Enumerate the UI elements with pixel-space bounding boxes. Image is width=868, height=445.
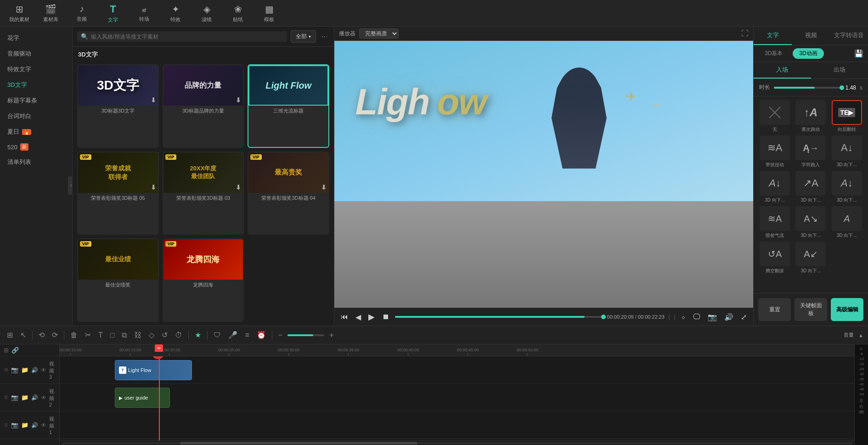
anim-item-none[interactable]: 无: [758, 100, 791, 133]
item-card-light-flow[interactable]: Light Flow 三维光流标题: [248, 64, 329, 148]
tl-tool-redo[interactable]: ⟳: [50, 329, 60, 341]
tl-tool-link[interactable]: ⛓: [132, 330, 144, 341]
screenshot-button[interactable]: 📷: [706, 312, 719, 322]
toolbar-transition[interactable]: ⧡ 转场: [130, 1, 159, 25]
tl-tool-cut[interactable]: ✂: [83, 329, 93, 341]
tl-tool-delete[interactable]: 🗑: [68, 330, 80, 341]
h-scrollbar-thumb[interactable]: [180, 442, 417, 445]
clip-user-guide[interactable]: ▶ user guide: [115, 388, 170, 408]
tl-tool-plus[interactable]: +: [327, 330, 336, 341]
prev-button[interactable]: ◀: [354, 312, 363, 322]
anim-item-flip-back[interactable]: TE▶ 向后翻转: [830, 100, 863, 133]
anim-item-spray[interactable]: ≋A 喷射气流: [758, 206, 791, 239]
anim-item-3d-down4[interactable]: A↓ 3D 向下...: [830, 171, 863, 203]
tab-text[interactable]: 文字: [754, 27, 792, 45]
playhead-marker[interactable]: ✂: [155, 344, 163, 352]
item-card-award-best[interactable]: VIP 最佳业绩 最佳业绩奖: [77, 238, 159, 322]
track-folder-1[interactable]: 📁: [21, 422, 28, 428]
tl-tool-timer[interactable]: ⏱: [173, 330, 185, 341]
track-folder-3[interactable]: 📁: [21, 366, 28, 373]
prev-frame-button[interactable]: ⏮: [339, 312, 350, 322]
tl-tool-mic[interactable]: 🎤: [226, 329, 240, 341]
sidebar-item-dialogue[interactable]: 台词对白: [0, 108, 72, 124]
sidebar-item-3d-text[interactable]: 3D文字: [0, 77, 72, 93]
section-enter[interactable]: 入场: [754, 62, 811, 79]
mark-button[interactable]: ⬦: [679, 312, 688, 322]
item-card-3d-text-1[interactable]: 3D文字 ⬇ 3D标题3D文字: [77, 64, 159, 148]
tl-tool-star[interactable]: ★: [192, 329, 203, 341]
tl-tool-shield[interactable]: 🛡: [211, 330, 223, 341]
toolbar-effects[interactable]: ✦ 特效: [161, 1, 190, 25]
track-vol-3[interactable]: 🔊: [31, 367, 38, 373]
anim-item-step-jump[interactable]: ↑A 逐次跳动: [794, 100, 827, 133]
reset-button[interactable]: 重置: [758, 298, 791, 321]
duration-slider[interactable]: [774, 87, 842, 89]
progress-bar[interactable]: [395, 316, 603, 318]
subtab-3d-basic[interactable]: 3D基本: [758, 48, 789, 59]
more-ctrl-button[interactable]: ⤢: [739, 312, 749, 322]
tl-tool-grid[interactable]: ⊞: [5, 329, 15, 341]
tl-tool-dup[interactable]: ⧉: [119, 330, 129, 341]
keyframe-button[interactable]: 关键帧面板: [795, 298, 827, 321]
save-icon[interactable]: 💾: [854, 49, 863, 58]
advanced-edit-button[interactable]: 高级编辑: [831, 298, 863, 321]
quality-select[interactable]: 完整画质 流畅画质: [359, 28, 399, 39]
more-button[interactable]: ···: [320, 31, 329, 43]
anim-item-3d-down2[interactable]: A↓ 3D 向下...: [758, 171, 791, 203]
track-cam-2[interactable]: 📷: [11, 394, 18, 401]
duration-handle[interactable]: [840, 85, 844, 90]
sidebar-item-subtitle[interactable]: 标题字幕条: [0, 93, 72, 108]
subtab-3d-anim[interactable]: 3D动画: [793, 48, 823, 59]
toolbar-sticker[interactable]: ❀ 贴纸: [223, 1, 253, 25]
track-cam-3[interactable]: 📷: [11, 366, 18, 373]
anim-item-3d-down3[interactable]: ↗A 3D 向下...: [794, 171, 827, 203]
tl-tool-minus[interactable]: −: [276, 330, 285, 341]
toolbar-template[interactable]: ▦ 模板: [254, 1, 284, 25]
sidebar-collapse-button[interactable]: ‹: [68, 176, 73, 195]
tl-tool-refresh[interactable]: ↺: [159, 329, 170, 341]
toolbar-filter[interactable]: ◈ 滤镜: [192, 1, 221, 25]
screen-button[interactable]: 🖵: [691, 312, 702, 322]
item-card-award-04[interactable]: VIP 最高贵奖 ⬇ 荣誉表彰颁奖3D标题 04: [248, 152, 329, 235]
sidebar-item-audio-drive[interactable]: 音频驱动: [0, 46, 72, 62]
anim-item-typewriter[interactable]: Ą→ 字符跑入: [794, 135, 827, 168]
anim-item-3d-down6[interactable]: A 3D 向下...: [830, 206, 863, 239]
item-card-dragon[interactable]: VIP 龙腾四海 龙腾四海: [163, 238, 244, 322]
toolbar-text[interactable]: T 文字: [98, 1, 128, 25]
sidebar-item-520[interactable]: 520 新: [0, 140, 72, 154]
tl-tool-select[interactable]: ↖: [18, 329, 28, 341]
anim-item-wave[interactable]: ≋A 带状扭动: [758, 135, 791, 168]
volume-slider[interactable]: [287, 334, 324, 336]
track-vol-2[interactable]: 🔊: [31, 394, 38, 401]
tl-tool-rect[interactable]: □: [108, 330, 117, 341]
track-eye-1[interactable]: 👁: [41, 422, 46, 428]
play-button[interactable]: ▶: [366, 311, 377, 323]
sidebar-item-summer[interactable]: 夏日 🔥: [0, 124, 72, 140]
track-vol-1[interactable]: 🔊: [31, 422, 38, 428]
item-card-award-05[interactable]: VIP 荣誉成就联得者 ⬇ 荣誉表彰颁奖3D标题 05: [77, 152, 159, 235]
anim-item-fly-roll[interactable]: ↺A 腾空翻滚: [758, 242, 791, 274]
track-cam-1[interactable]: 📷: [11, 422, 18, 428]
anim-item-3d-down7[interactable]: A↙ 3D 向下...: [794, 242, 827, 274]
tab-video[interactable]: 视频: [792, 27, 830, 45]
filter-button[interactable]: 全部 ▾: [291, 30, 316, 43]
tab-tts[interactable]: 文字转语音: [830, 27, 868, 45]
progress-handle[interactable]: [601, 315, 606, 319]
track-eye-2[interactable]: 👁: [41, 394, 46, 401]
search-input[interactable]: [91, 34, 283, 40]
tl-tool-diamond[interactable]: ◇: [147, 329, 157, 341]
audio-button[interactable]: 🔊: [722, 312, 735, 322]
anim-item-3d-down5[interactable]: A↘ 3D 向下...: [794, 206, 827, 239]
toolbar-my-material[interactable]: ⊞ 我的素材: [5, 1, 34, 25]
tl-tool-undo[interactable]: ⟲: [36, 329, 47, 341]
sidebar-item-huazi[interactable]: 花字: [0, 30, 72, 46]
section-exit[interactable]: 出场: [811, 62, 868, 79]
track-eye-3[interactable]: 👁: [41, 367, 46, 373]
tl-link-icon[interactable]: 🔗: [11, 347, 19, 354]
tl-tool-text[interactable]: T: [96, 330, 105, 341]
anim-item-3d-down1[interactable]: A↓ 3D 向下...: [830, 135, 863, 168]
tl-add-icon[interactable]: ⊞: [4, 347, 9, 354]
toolbar-audio[interactable]: ♪ 音频: [67, 1, 96, 25]
item-card-brand[interactable]: 品牌的力量 ⬇ 3D标题品牌的力量: [163, 64, 244, 148]
sidebar-item-playlist[interactable]: 清单列表: [0, 154, 72, 170]
